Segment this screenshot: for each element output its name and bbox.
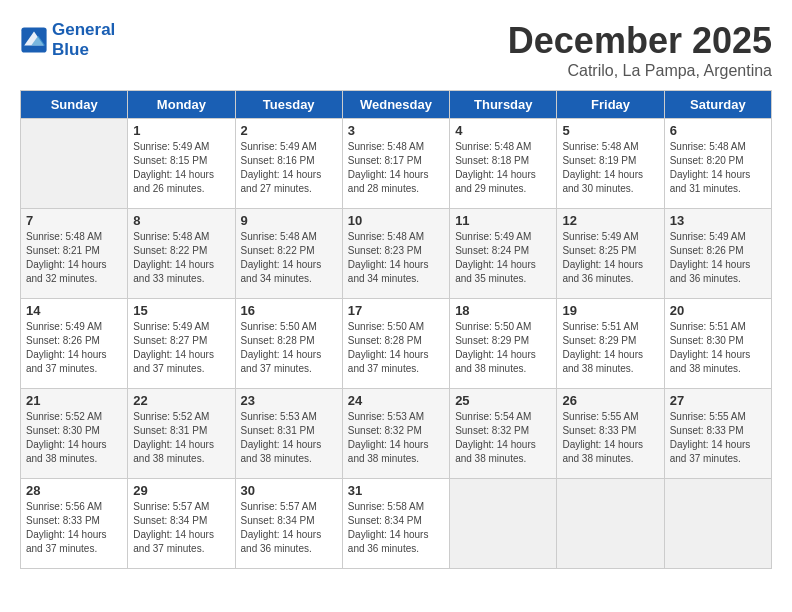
calendar-cell: 2Sunrise: 5:49 AMSunset: 8:16 PMDaylight… — [235, 119, 342, 209]
calendar-cell: 5Sunrise: 5:48 AMSunset: 8:19 PMDaylight… — [557, 119, 664, 209]
day-info: Sunrise: 5:48 AMSunset: 8:22 PMDaylight:… — [241, 230, 337, 286]
day-number: 16 — [241, 303, 337, 318]
calendar-cell: 3Sunrise: 5:48 AMSunset: 8:17 PMDaylight… — [342, 119, 449, 209]
calendar-cell: 4Sunrise: 5:48 AMSunset: 8:18 PMDaylight… — [450, 119, 557, 209]
month-title: December 2025 — [508, 20, 772, 62]
logo-icon — [20, 26, 48, 54]
day-info: Sunrise: 5:48 AMSunset: 8:23 PMDaylight:… — [348, 230, 444, 286]
day-info: Sunrise: 5:55 AMSunset: 8:33 PMDaylight:… — [670, 410, 766, 466]
calendar-cell: 31Sunrise: 5:58 AMSunset: 8:34 PMDayligh… — [342, 479, 449, 569]
calendar-cell: 21Sunrise: 5:52 AMSunset: 8:30 PMDayligh… — [21, 389, 128, 479]
day-info: Sunrise: 5:56 AMSunset: 8:33 PMDaylight:… — [26, 500, 122, 556]
day-info: Sunrise: 5:55 AMSunset: 8:33 PMDaylight:… — [562, 410, 658, 466]
day-number: 25 — [455, 393, 551, 408]
day-info: Sunrise: 5:51 AMSunset: 8:29 PMDaylight:… — [562, 320, 658, 376]
weekday-header: Sunday — [21, 91, 128, 119]
calendar-cell: 1Sunrise: 5:49 AMSunset: 8:15 PMDaylight… — [128, 119, 235, 209]
day-info: Sunrise: 5:58 AMSunset: 8:34 PMDaylight:… — [348, 500, 444, 556]
day-info: Sunrise: 5:57 AMSunset: 8:34 PMDaylight:… — [241, 500, 337, 556]
calendar-cell: 25Sunrise: 5:54 AMSunset: 8:32 PMDayligh… — [450, 389, 557, 479]
title-area: December 2025 Catrilo, La Pampa, Argenti… — [508, 20, 772, 80]
calendar-week-row: 28Sunrise: 5:56 AMSunset: 8:33 PMDayligh… — [21, 479, 772, 569]
calendar-cell: 20Sunrise: 5:51 AMSunset: 8:30 PMDayligh… — [664, 299, 771, 389]
calendar-cell: 10Sunrise: 5:48 AMSunset: 8:23 PMDayligh… — [342, 209, 449, 299]
day-info: Sunrise: 5:48 AMSunset: 8:17 PMDaylight:… — [348, 140, 444, 196]
day-info: Sunrise: 5:49 AMSunset: 8:27 PMDaylight:… — [133, 320, 229, 376]
calendar-week-row: 7Sunrise: 5:48 AMSunset: 8:21 PMDaylight… — [21, 209, 772, 299]
weekday-header: Saturday — [664, 91, 771, 119]
day-info: Sunrise: 5:48 AMSunset: 8:19 PMDaylight:… — [562, 140, 658, 196]
day-info: Sunrise: 5:49 AMSunset: 8:25 PMDaylight:… — [562, 230, 658, 286]
day-number: 8 — [133, 213, 229, 228]
weekday-header: Monday — [128, 91, 235, 119]
day-info: Sunrise: 5:49 AMSunset: 8:15 PMDaylight:… — [133, 140, 229, 196]
day-number: 12 — [562, 213, 658, 228]
calendar-cell: 22Sunrise: 5:52 AMSunset: 8:31 PMDayligh… — [128, 389, 235, 479]
day-number: 6 — [670, 123, 766, 138]
day-number: 22 — [133, 393, 229, 408]
day-info: Sunrise: 5:49 AMSunset: 8:26 PMDaylight:… — [26, 320, 122, 376]
location-title: Catrilo, La Pampa, Argentina — [508, 62, 772, 80]
calendar-cell: 8Sunrise: 5:48 AMSunset: 8:22 PMDaylight… — [128, 209, 235, 299]
calendar-cell: 16Sunrise: 5:50 AMSunset: 8:28 PMDayligh… — [235, 299, 342, 389]
weekday-header: Thursday — [450, 91, 557, 119]
day-info: Sunrise: 5:52 AMSunset: 8:31 PMDaylight:… — [133, 410, 229, 466]
day-info: Sunrise: 5:50 AMSunset: 8:29 PMDaylight:… — [455, 320, 551, 376]
day-number: 3 — [348, 123, 444, 138]
calendar-cell: 11Sunrise: 5:49 AMSunset: 8:24 PMDayligh… — [450, 209, 557, 299]
calendar-cell: 26Sunrise: 5:55 AMSunset: 8:33 PMDayligh… — [557, 389, 664, 479]
day-number: 7 — [26, 213, 122, 228]
day-info: Sunrise: 5:51 AMSunset: 8:30 PMDaylight:… — [670, 320, 766, 376]
weekday-header: Tuesday — [235, 91, 342, 119]
day-number: 20 — [670, 303, 766, 318]
day-number: 2 — [241, 123, 337, 138]
day-number: 4 — [455, 123, 551, 138]
calendar-cell: 14Sunrise: 5:49 AMSunset: 8:26 PMDayligh… — [21, 299, 128, 389]
day-number: 17 — [348, 303, 444, 318]
day-info: Sunrise: 5:53 AMSunset: 8:31 PMDaylight:… — [241, 410, 337, 466]
day-number: 1 — [133, 123, 229, 138]
day-info: Sunrise: 5:49 AMSunset: 8:26 PMDaylight:… — [670, 230, 766, 286]
day-number: 15 — [133, 303, 229, 318]
day-number: 11 — [455, 213, 551, 228]
calendar-cell: 6Sunrise: 5:48 AMSunset: 8:20 PMDaylight… — [664, 119, 771, 209]
calendar-cell — [557, 479, 664, 569]
day-number: 28 — [26, 483, 122, 498]
day-number: 30 — [241, 483, 337, 498]
day-number: 19 — [562, 303, 658, 318]
calendar-cell: 9Sunrise: 5:48 AMSunset: 8:22 PMDaylight… — [235, 209, 342, 299]
calendar-week-row: 14Sunrise: 5:49 AMSunset: 8:26 PMDayligh… — [21, 299, 772, 389]
logo: General Blue — [20, 20, 115, 60]
day-number: 31 — [348, 483, 444, 498]
day-info: Sunrise: 5:48 AMSunset: 8:20 PMDaylight:… — [670, 140, 766, 196]
calendar-cell: 23Sunrise: 5:53 AMSunset: 8:31 PMDayligh… — [235, 389, 342, 479]
calendar-cell: 28Sunrise: 5:56 AMSunset: 8:33 PMDayligh… — [21, 479, 128, 569]
day-number: 21 — [26, 393, 122, 408]
day-number: 13 — [670, 213, 766, 228]
day-number: 5 — [562, 123, 658, 138]
calendar-cell: 18Sunrise: 5:50 AMSunset: 8:29 PMDayligh… — [450, 299, 557, 389]
calendar-table: SundayMondayTuesdayWednesdayThursdayFrid… — [20, 90, 772, 569]
calendar-cell: 24Sunrise: 5:53 AMSunset: 8:32 PMDayligh… — [342, 389, 449, 479]
page-header: General Blue December 2025 Catrilo, La P… — [20, 20, 772, 80]
calendar-cell: 12Sunrise: 5:49 AMSunset: 8:25 PMDayligh… — [557, 209, 664, 299]
calendar-cell: 13Sunrise: 5:49 AMSunset: 8:26 PMDayligh… — [664, 209, 771, 299]
calendar-cell: 15Sunrise: 5:49 AMSunset: 8:27 PMDayligh… — [128, 299, 235, 389]
day-number: 29 — [133, 483, 229, 498]
day-number: 9 — [241, 213, 337, 228]
calendar-cell: 30Sunrise: 5:57 AMSunset: 8:34 PMDayligh… — [235, 479, 342, 569]
day-number: 27 — [670, 393, 766, 408]
weekday-header-row: SundayMondayTuesdayWednesdayThursdayFrid… — [21, 91, 772, 119]
day-info: Sunrise: 5:53 AMSunset: 8:32 PMDaylight:… — [348, 410, 444, 466]
day-info: Sunrise: 5:50 AMSunset: 8:28 PMDaylight:… — [241, 320, 337, 376]
day-info: Sunrise: 5:54 AMSunset: 8:32 PMDaylight:… — [455, 410, 551, 466]
day-number: 24 — [348, 393, 444, 408]
day-info: Sunrise: 5:49 AMSunset: 8:16 PMDaylight:… — [241, 140, 337, 196]
calendar-cell: 19Sunrise: 5:51 AMSunset: 8:29 PMDayligh… — [557, 299, 664, 389]
calendar-cell: 29Sunrise: 5:57 AMSunset: 8:34 PMDayligh… — [128, 479, 235, 569]
calendar-week-row: 1Sunrise: 5:49 AMSunset: 8:15 PMDaylight… — [21, 119, 772, 209]
day-number: 14 — [26, 303, 122, 318]
day-info: Sunrise: 5:57 AMSunset: 8:34 PMDaylight:… — [133, 500, 229, 556]
day-info: Sunrise: 5:49 AMSunset: 8:24 PMDaylight:… — [455, 230, 551, 286]
day-number: 10 — [348, 213, 444, 228]
